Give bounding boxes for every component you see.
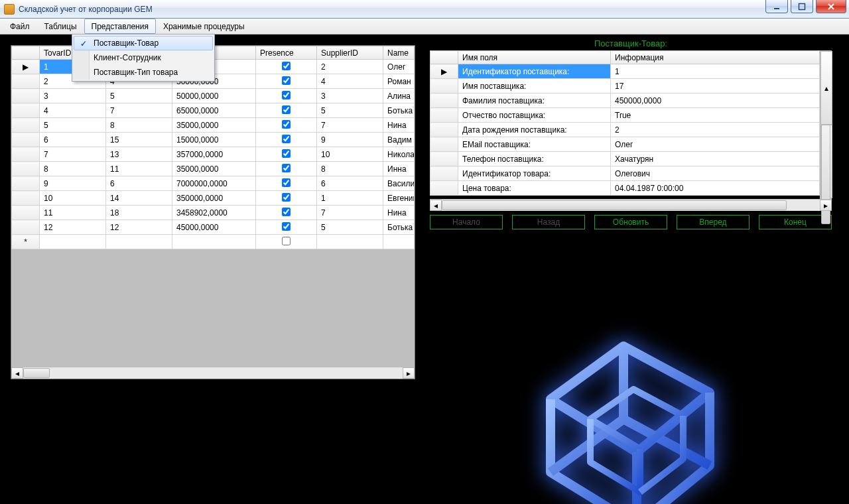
cell-supplierid[interactable]: 4 bbox=[317, 74, 383, 89]
scroll-right-button[interactable]: ▸ bbox=[820, 200, 832, 211]
row-header[interactable] bbox=[12, 206, 40, 220]
detail-datagrid[interactable]: Имя поля Информация ▶Идентификатор поста… bbox=[430, 50, 820, 196]
right-horizontal-scrollbar[interactable]: ◂ ▸ bbox=[430, 199, 832, 211]
cell-supplierid[interactable]: 5 bbox=[317, 220, 383, 235]
cell-col3[interactable]: 65000,0000 bbox=[172, 103, 256, 118]
cell-name[interactable]: Николай bbox=[383, 147, 415, 162]
cell-col2[interactable]: 11 bbox=[106, 162, 172, 176]
row-header[interactable] bbox=[12, 162, 40, 176]
close-button[interactable] bbox=[816, 0, 846, 13]
table-row[interactable]: 967000000,00006Василий bbox=[12, 176, 415, 191]
col-fieldname[interactable]: Имя поля bbox=[458, 51, 611, 64]
cell-col3[interactable]: 15000,0000 bbox=[172, 133, 256, 147]
cell-col3[interactable]: 357000,0000 bbox=[172, 147, 256, 162]
cell-fieldname[interactable]: Идентификатор товара: bbox=[458, 166, 611, 181]
row-header[interactable] bbox=[12, 103, 40, 118]
nav-first-button[interactable]: Начало bbox=[430, 215, 503, 229]
scroll-thumb[interactable] bbox=[442, 200, 787, 210]
cell-fieldname[interactable]: Имя поставщика: bbox=[458, 79, 611, 94]
presence-checkbox[interactable] bbox=[282, 135, 291, 143]
scroll-left-button[interactable]: ◂ bbox=[11, 367, 23, 379]
row-header-corner[interactable] bbox=[12, 46, 40, 60]
row-header[interactable] bbox=[430, 181, 458, 196]
cell-name[interactable]: Ботька bbox=[383, 103, 415, 118]
cell-supplierid[interactable]: 8 bbox=[317, 162, 383, 176]
row-header[interactable]: ▶ bbox=[430, 64, 458, 79]
presence-checkbox[interactable] bbox=[282, 208, 291, 216]
row-header[interactable] bbox=[12, 133, 40, 147]
cell-tovarid[interactable]: 11 bbox=[40, 206, 106, 220]
cell-presence[interactable] bbox=[256, 235, 317, 249]
scroll-up-button[interactable]: ▴ bbox=[820, 51, 832, 125]
cell-col2[interactable]: 5 bbox=[106, 89, 172, 103]
nav-next-button[interactable]: Вперед bbox=[677, 215, 750, 229]
cell-fieldname[interactable]: Телефон поставщика: bbox=[458, 152, 611, 166]
cell-info[interactable]: Олегович bbox=[611, 166, 820, 181]
table-row[interactable]: Дата рождения поставщика:2 bbox=[430, 123, 820, 137]
scroll-right-button[interactable]: ▸ bbox=[403, 367, 415, 379]
cell-name[interactable]: Инна bbox=[383, 162, 415, 176]
cell-col2[interactable]: 13 bbox=[106, 147, 172, 162]
cell-info[interactable]: 450000,0000 bbox=[611, 94, 820, 108]
scroll-thumb[interactable] bbox=[23, 368, 50, 378]
cell-name[interactable]: Алина bbox=[383, 89, 415, 103]
cell-col3[interactable]: 50000,0000 bbox=[172, 89, 256, 103]
table-row[interactable]: EMail поставщика:Олег bbox=[430, 137, 820, 152]
cell-col2[interactable]: 8 bbox=[106, 118, 172, 133]
cell-info[interactable]: True bbox=[611, 108, 820, 123]
col-info[interactable]: Информация bbox=[611, 51, 820, 64]
presence-checkbox[interactable] bbox=[282, 178, 291, 187]
cell-col3[interactable]: 45000,0000 bbox=[172, 220, 256, 235]
presence-checkbox[interactable] bbox=[282, 149, 291, 158]
cell-presence[interactable] bbox=[256, 89, 317, 103]
presence-checkbox[interactable] bbox=[282, 91, 291, 99]
cell-presence[interactable] bbox=[256, 60, 317, 74]
cell-fieldname[interactable]: Идентификатор поставщика: bbox=[458, 64, 611, 79]
menu-views[interactable]: Представления bbox=[84, 19, 156, 34]
cell-col2[interactable]: 6 bbox=[106, 176, 172, 191]
row-header-corner[interactable] bbox=[430, 51, 458, 64]
cell-name[interactable]: Ботька bbox=[383, 220, 415, 235]
cell-supplierid[interactable]: 3 bbox=[317, 89, 383, 103]
presence-checkbox[interactable] bbox=[282, 222, 291, 231]
row-header[interactable] bbox=[12, 220, 40, 235]
row-header[interactable] bbox=[12, 147, 40, 162]
cell-info[interactable]: Хачатурян bbox=[611, 152, 820, 166]
presence-checkbox[interactable] bbox=[282, 76, 291, 85]
cell-supplierid[interactable]: 9 bbox=[317, 133, 383, 147]
dropdown-item-client-employee[interactable]: Клиент-Сотрудник bbox=[74, 50, 213, 65]
table-row[interactable]: 81135000,00008Инна bbox=[12, 162, 415, 176]
cell-presence[interactable] bbox=[256, 191, 317, 206]
presence-checkbox[interactable] bbox=[282, 237, 291, 245]
row-header[interactable] bbox=[12, 191, 40, 206]
table-row[interactable]: 713357000,000010Николай bbox=[12, 147, 415, 162]
cell-name[interactable]: Вадим bbox=[383, 133, 415, 147]
cell-tovarid[interactable]: 10 bbox=[40, 191, 106, 206]
cell-supplierid[interactable]: 2 bbox=[317, 60, 383, 74]
table-new-row[interactable]: * bbox=[12, 235, 415, 249]
cell-col2[interactable]: 15 bbox=[106, 133, 172, 147]
cell-supplierid[interactable]: 1 bbox=[317, 191, 383, 206]
row-header[interactable] bbox=[430, 137, 458, 152]
cell-tovarid[interactable]: 3 bbox=[40, 89, 106, 103]
row-header[interactable] bbox=[430, 94, 458, 108]
presence-checkbox[interactable] bbox=[282, 62, 291, 70]
menu-storedprocs[interactable]: Хранимые процедуры bbox=[156, 19, 252, 34]
cell-presence[interactable] bbox=[256, 206, 317, 220]
cell-tovarid[interactable]: 12 bbox=[40, 220, 106, 235]
table-row[interactable]: 4765000,00005Ботька bbox=[12, 103, 415, 118]
maximize-button[interactable] bbox=[791, 0, 813, 13]
cell-name[interactable]: Роман bbox=[383, 74, 415, 89]
dropdown-item-supplier-product[interactable]: ✓ Поставщик-Товар bbox=[74, 36, 213, 50]
cell-info[interactable]: 1 bbox=[611, 64, 820, 79]
cell-info[interactable]: 04.04.1987 0:00:00 bbox=[611, 181, 820, 196]
cell-col2[interactable]: 7 bbox=[106, 103, 172, 118]
table-row[interactable]: Отчество поставщика:True bbox=[430, 108, 820, 123]
dropdown-item-supplier-producttype[interactable]: Поставщик-Тип товара bbox=[74, 65, 213, 80]
cell-supplierid[interactable]: 10 bbox=[317, 147, 383, 162]
cell-name[interactable]: Нина bbox=[383, 118, 415, 133]
table-row[interactable]: 3550000,00003Алина bbox=[12, 89, 415, 103]
table-row[interactable]: Цена товара:04.04.1987 0:00:00 bbox=[430, 181, 820, 196]
row-header[interactable]: * bbox=[12, 235, 40, 249]
table-row[interactable]: Телефон поставщика:Хачатурян bbox=[430, 152, 820, 166]
